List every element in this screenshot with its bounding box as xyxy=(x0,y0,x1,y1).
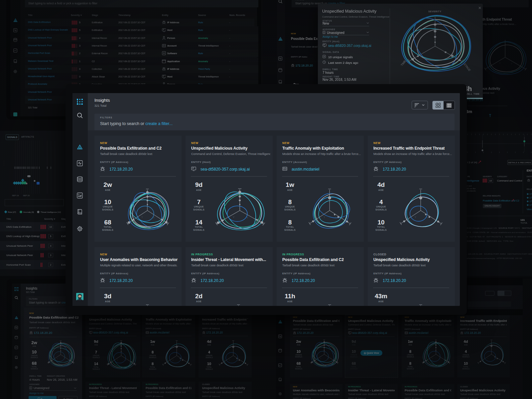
svg-text:STAGE: STAGE xyxy=(463,63,471,72)
